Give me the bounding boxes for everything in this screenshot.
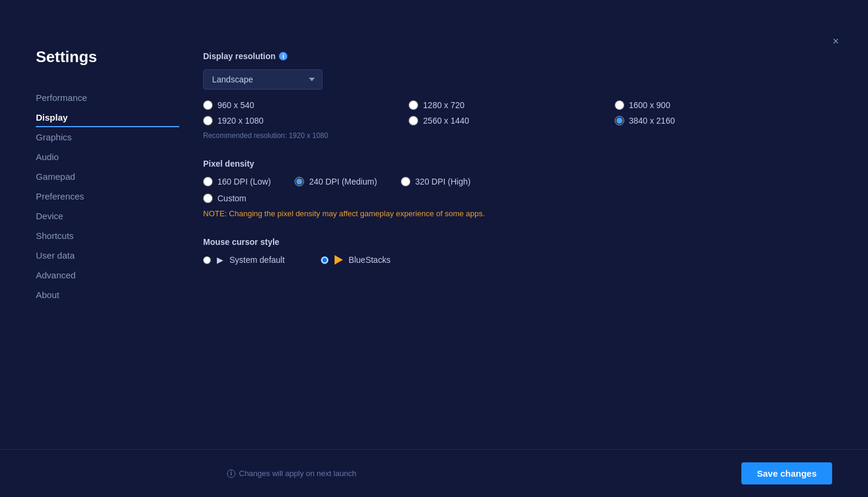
- cursor-radio-system[interactable]: [203, 256, 211, 264]
- dpi-option-320[interactable]: 320 DPI (High): [401, 177, 471, 186]
- sidebar-item-performance[interactable]: Performance: [36, 88, 179, 108]
- orientation-dropdown[interactable]: Landscape Portrait: [203, 69, 323, 90]
- resolution-option-1600[interactable]: 1600 x 900: [615, 100, 808, 110]
- resolution-radio-1920[interactable]: [203, 116, 213, 125]
- footer-note: i Changes will apply on next launch: [227, 469, 357, 478]
- page-title: Settings: [36, 48, 179, 66]
- pixel-density-title: Pixel density: [203, 159, 808, 168]
- sidebar-item-gamepad[interactable]: Gamepad: [36, 167, 179, 186]
- dpi-radio-160[interactable]: [203, 177, 213, 186]
- pixel-density-note: NOTE: Changing the pixel density may aff…: [203, 209, 808, 218]
- dpi-option-custom[interactable]: Custom: [203, 194, 808, 203]
- dpi-option-240[interactable]: 240 DPI (Medium): [295, 177, 377, 186]
- mouse-cursor-section: Mouse cursor style ▶ System default Blue…: [203, 237, 808, 265]
- recommended-resolution-text: Recommended resolution: 1920 x 1080: [203, 131, 808, 140]
- dpi-radio-custom[interactable]: [203, 194, 213, 203]
- cursor-option-system[interactable]: ▶ System default: [203, 255, 285, 265]
- display-resolution-title: Display resolution i: [203, 51, 808, 61]
- resolution-option-960[interactable]: 960 x 540: [203, 100, 397, 110]
- sidebar-item-graphics[interactable]: Graphics: [36, 127, 179, 147]
- resolution-radio-1600[interactable]: [615, 100, 624, 110]
- system-cursor-icon: ▶: [217, 255, 223, 265]
- sidebar-item-device[interactable]: Device: [36, 206, 179, 226]
- dpi-radio-240[interactable]: [295, 177, 304, 186]
- sidebar-item-userdata[interactable]: User data: [36, 246, 179, 265]
- dpi-radio-320[interactable]: [401, 177, 410, 186]
- resolution-radio-2560[interactable]: [409, 116, 418, 125]
- footer-info-icon: i: [227, 470, 235, 478]
- footer: i Changes will apply on next launch Save…: [0, 449, 868, 497]
- sidebar-item-advanced[interactable]: Advanced: [36, 265, 179, 285]
- orientation-dropdown-wrapper: Landscape Portrait: [203, 69, 808, 90]
- info-icon: i: [279, 52, 287, 60]
- mouse-cursor-title: Mouse cursor style: [203, 237, 808, 247]
- dpi-grid: 160 DPI (Low) 240 DPI (Medium) 320 DPI (…: [203, 177, 808, 186]
- sidebar-nav: Performance Display Graphics Audio Gamep…: [36, 88, 179, 305]
- sidebar-item-audio[interactable]: Audio: [36, 147, 179, 167]
- cursor-radio-bluestacks[interactable]: [321, 256, 329, 264]
- close-button[interactable]: ×: [827, 33, 844, 50]
- resolution-radio-3840[interactable]: [615, 116, 624, 125]
- sidebar: Settings Performance Display Graphics Au…: [36, 48, 179, 497]
- resolution-radio-1280[interactable]: [409, 100, 418, 110]
- resolution-option-1920[interactable]: 1920 x 1080: [203, 116, 397, 125]
- bluestacks-cursor-icon: [335, 255, 343, 265]
- main-content: Display resolution i Landscape Portrait …: [179, 48, 832, 497]
- dpi-custom-row: Custom: [203, 194, 808, 203]
- dpi-option-160[interactable]: 160 DPI (Low): [203, 177, 271, 186]
- resolution-option-2560[interactable]: 2560 x 1440: [409, 116, 602, 125]
- cursor-grid: ▶ System default BlueStacks: [203, 255, 808, 265]
- resolution-option-3840[interactable]: 3840 x 2160: [615, 116, 808, 125]
- sidebar-item-display[interactable]: Display: [36, 108, 179, 127]
- settings-container: Settings Performance Display Graphics Au…: [0, 0, 868, 497]
- sidebar-item-shortcuts[interactable]: Shortcuts: [36, 226, 179, 246]
- pixel-density-section: Pixel density 160 DPI (Low) 240 DPI (Med…: [203, 159, 808, 218]
- resolution-option-1280[interactable]: 1280 x 720: [409, 100, 602, 110]
- sidebar-item-preferences[interactable]: Preferences: [36, 186, 179, 206]
- display-resolution-section: Display resolution i Landscape Portrait …: [203, 51, 808, 140]
- save-changes-button[interactable]: Save changes: [741, 462, 832, 484]
- sidebar-item-about[interactable]: About: [36, 285, 179, 305]
- resolution-grid: 960 x 540 1280 x 720 1600 x 900 1920 x 1…: [203, 100, 808, 125]
- cursor-option-bluestacks[interactable]: BlueStacks: [321, 255, 391, 265]
- resolution-radio-960[interactable]: [203, 100, 213, 110]
